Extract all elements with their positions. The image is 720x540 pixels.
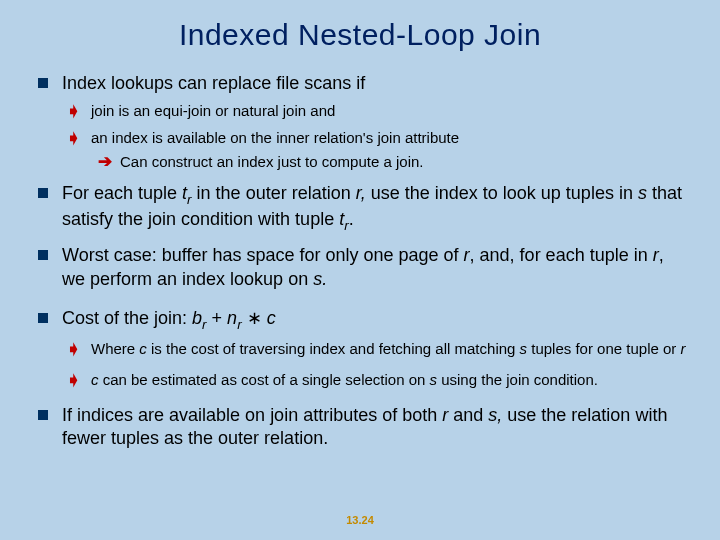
var-c: c [91, 371, 99, 388]
arrow-right-icon: ➔ [98, 153, 112, 172]
arrow-down-icon: ➧ [66, 129, 81, 148]
var-c: c [267, 308, 276, 328]
arrow-down-icon: ➧ [66, 102, 81, 121]
text: ∗ [242, 308, 267, 328]
var-s: s [520, 340, 528, 357]
var-s: s. [313, 269, 327, 289]
text: Cost of the join: [62, 308, 192, 328]
bullet-3: Worst case: buffer has space for only on… [38, 244, 690, 291]
square-bullet-icon [38, 313, 48, 323]
square-bullet-icon [38, 188, 48, 198]
bullet-3-text: Worst case: buffer has space for only on… [62, 244, 690, 291]
bullet-5-text: If indices are available on join attribu… [62, 404, 690, 451]
bullet-4a: ➧ Where c is the cost of traversing inde… [66, 339, 690, 359]
text: Worst case: buffer has space for only on… [62, 245, 464, 265]
bullet-1: Index lookups can replace file scans if [38, 72, 690, 95]
bullet-4b-text: c can be estimated as cost of a single s… [91, 370, 690, 390]
bullet-4-text: Cost of the join: br + nr ∗ c [62, 307, 690, 333]
slide-body: Index lookups can replace file scans if … [0, 72, 720, 451]
text: using the join condition. [437, 371, 598, 388]
square-bullet-icon [38, 410, 48, 420]
text: Where [91, 340, 139, 357]
var-n: n [227, 308, 237, 328]
square-bullet-icon [38, 78, 48, 88]
bullet-1-text: Index lookups can replace file scans if [62, 72, 690, 95]
var-s: s [638, 183, 647, 203]
var-s: s [430, 371, 438, 388]
text: in the outer relation [192, 183, 356, 203]
text: , and, for each tuple in [470, 245, 653, 265]
text: If indices are available on join attribu… [62, 405, 442, 425]
slide-title: Indexed Nested-Loop Join [0, 0, 720, 62]
bullet-4a-text: Where c is the cost of traversing index … [91, 339, 690, 359]
bullet-1b1-text: Can construct an index just to compute a… [120, 152, 690, 172]
bullet-2: For each tuple tr in the outer relation … [38, 182, 690, 234]
text: tuples for one tuple or [527, 340, 680, 357]
var-b: b [192, 308, 202, 328]
slide-number: 13.24 [0, 514, 720, 526]
bullet-5: If indices are available on join attribu… [38, 404, 690, 451]
bullet-1a: ➧ join is an equi-join or natural join a… [66, 101, 690, 121]
bullet-1b: ➧ an index is available on the inner rel… [66, 128, 690, 148]
arrow-down-icon: ➧ [66, 371, 81, 390]
arrow-down-icon: ➧ [66, 340, 81, 359]
text: use the index to look up tuples in [366, 183, 638, 203]
var-r: r [681, 340, 686, 357]
var-s: s, [488, 405, 502, 425]
text: + [207, 308, 228, 328]
bullet-2-text: For each tuple tr in the outer relation … [62, 182, 690, 234]
text: . [349, 209, 354, 229]
text: is the cost of traversing index and fetc… [147, 340, 520, 357]
square-bullet-icon [38, 250, 48, 260]
bullet-1b-text: an index is available on the inner relat… [91, 128, 690, 148]
var-r: r, [356, 183, 366, 203]
text: For each tuple [62, 183, 182, 203]
bullet-1b1: ➔ Can construct an index just to compute… [98, 152, 690, 172]
bullet-4: Cost of the join: br + nr ∗ c [38, 307, 690, 333]
text: can be estimated as cost of a single sel… [99, 371, 430, 388]
bullet-4b: ➧ c can be estimated as cost of a single… [66, 370, 690, 390]
var-c: c [139, 340, 147, 357]
bullet-1a-text: join is an equi-join or natural join and [91, 101, 690, 121]
text: and [448, 405, 488, 425]
